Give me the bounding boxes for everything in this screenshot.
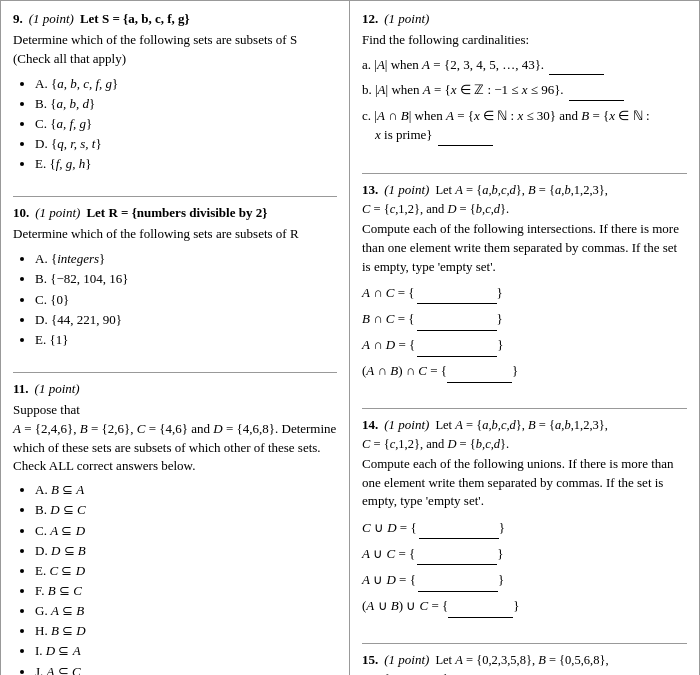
q12-c-answer[interactable] — [438, 125, 493, 146]
q13-bc-blank[interactable] — [417, 307, 497, 330]
q13-row-ad: A ∩ D = { } — [362, 334, 687, 357]
q9-opt-d: D. {q, r, s, t} — [35, 136, 102, 151]
q12-part-b: b. |A| when A = {x ∈ ℤ : −1 ≤ x ≤ 96}. — [362, 80, 687, 101]
q15-sets: Let A = {0,2,3,5,8}, B = {0,5,6,8}, — [435, 653, 608, 668]
q14-ac-label: A ∪ C = { — [362, 543, 415, 565]
q13-num: 13. — [362, 182, 378, 198]
q13-rows: A ∩ C = { } B ∩ C = { } A ∩ D = { } (A ∩… — [362, 281, 687, 382]
q9-num: 9. — [13, 11, 23, 27]
q9-opt-a: A. {a, b, c, f, g} — [35, 76, 118, 91]
list-item: C. {a, f, g} — [35, 114, 337, 134]
q10-options: A. {integers} B. {−82, 104, 16} C. {0} D… — [13, 249, 337, 350]
q13-abdc-blank[interactable] — [447, 360, 512, 383]
q11-header: 11. (1 point) — [13, 381, 337, 397]
list-item: J. A ⊆ C — [35, 662, 337, 675]
q9-options: A. {a, b, c, f, g} B. {a, b, d} C. {a, f… — [13, 74, 337, 175]
q14-num: 14. — [362, 417, 378, 433]
q14-abuc-blank[interactable] — [448, 595, 513, 618]
q14-row-abu-c: (A ∪ B) ∪ C = { } — [362, 595, 687, 618]
q10-num: 10. — [13, 205, 29, 221]
q13-ac-label: A ∩ C = { — [362, 282, 415, 304]
q13-ac-blank[interactable] — [417, 281, 497, 304]
q14-cd-blank[interactable] — [419, 516, 499, 539]
list-item: E. {1} — [35, 330, 337, 350]
q13-abdc-label: (A ∩ B) ∩ C = { — [362, 360, 447, 382]
q13-bc-close: } — [497, 308, 503, 330]
list-item: F. B ⊆ C — [35, 581, 337, 601]
q14-row-ac: A ∪ C = { } — [362, 542, 687, 565]
question-11: 11. (1 point) Suppose that A = {2,4,6}, … — [13, 381, 337, 675]
list-item: D. {44, 221, 90} — [35, 310, 337, 330]
list-item: H. B ⊆ D — [35, 621, 337, 641]
q10-set: Let R = {numbers divisible by 2} — [86, 205, 267, 221]
q9-opt-e: E. {f, g, h} — [35, 156, 92, 171]
q13-ac-close: } — [497, 282, 503, 304]
list-item: E. C ⊆ D — [35, 561, 337, 581]
q9-header: 9. (1 point) Let S = {a, b, c, f, g} — [13, 11, 337, 27]
q13-ad-close: } — [497, 334, 503, 356]
divider-q10-q11 — [13, 372, 337, 373]
q12-header: 12. (1 point) — [362, 11, 687, 27]
when-label: when — [391, 57, 419, 72]
q10-body: Determine which of the following sets ar… — [13, 225, 337, 244]
list-item: G. A ⊆ B — [35, 601, 337, 621]
q12-b-answer[interactable] — [569, 80, 624, 101]
q14-cd-label: C ∪ D = { — [362, 517, 417, 539]
q14-ad-close: } — [498, 569, 504, 591]
q13-row-ac: A ∩ C = { } — [362, 281, 687, 304]
q13-ad-blank[interactable] — [417, 334, 497, 357]
q15-header: 15. (1 point) Let A = {0,2,3,5,8}, B = {… — [362, 652, 687, 668]
q14-row-ad: A ∪ D = { } — [362, 568, 687, 591]
q14-sets-cont: C = {c,1,2}, and D = {b,c,d}. — [362, 437, 687, 452]
q9-body: Determine which of the following sets ar… — [13, 31, 337, 69]
question-12: 12. (1 point) Find the following cardina… — [362, 11, 687, 151]
q14-body: Compute each of the following unions. If… — [362, 455, 687, 512]
q15-sets-cont: C = {0,1,3,4,6,7}. — [362, 672, 687, 675]
q13-row-bc: B ∩ C = { } — [362, 307, 687, 330]
q14-ac-blank[interactable] — [417, 542, 497, 565]
q14-abuc-label: (A ∪ B) ∪ C = { — [362, 595, 448, 617]
content-area: 9. (1 point) Let S = {a, b, c, f, g} Det… — [0, 0, 700, 675]
q14-header: 14. (1 point) Let A = {a,b,c,d}, B = {a,… — [362, 417, 687, 433]
q14-pts: (1 point) — [384, 417, 429, 433]
q15-num: 15. — [362, 652, 378, 668]
q15-pts: (1 point) — [384, 652, 429, 668]
question-9: 9. (1 point) Let S = {a, b, c, f, g} Det… — [13, 11, 337, 174]
q13-pts: (1 point) — [384, 182, 429, 198]
list-item: B. {a, b, d} — [35, 94, 337, 114]
right-column: 12. (1 point) Find the following cardina… — [350, 1, 699, 675]
list-item: A. B ⊆ A — [35, 480, 337, 500]
q11-pts: (1 point) — [35, 381, 80, 397]
q12-a-answer[interactable] — [549, 55, 604, 76]
list-item: B. D ⊆ C — [35, 500, 337, 520]
q12-pts: (1 point) — [384, 11, 429, 27]
list-item: I. D ⊆ A — [35, 641, 337, 661]
q11-num: 11. — [13, 381, 29, 397]
q14-ac-close: } — [497, 543, 503, 565]
q13-sets: Let A = {a,b,c,d}, B = {a,b,1,2,3}, — [435, 183, 608, 198]
list-item: D. D ⊆ B — [35, 541, 337, 561]
q14-rows: C ∪ D = { } A ∪ C = { } A ∪ D = { } (A ∪… — [362, 516, 687, 617]
q9-opt-c: C. {a, f, g} — [35, 116, 92, 131]
list-item: B. {−82, 104, 16} — [35, 269, 337, 289]
divider-q9-q10 — [13, 196, 337, 197]
list-item: D. {q, r, s, t} — [35, 134, 337, 154]
q13-ad-label: A ∩ D = { — [362, 334, 415, 356]
question-10: 10. (1 point) Let R = {numbers divisible… — [13, 205, 337, 350]
list-item: A. {a, b, c, f, g} — [35, 74, 337, 94]
q14-row-cd: C ∪ D = { } — [362, 516, 687, 539]
q11-sets: A = {2,4,6}, B = {2,6}, C = {4,6} and D … — [13, 421, 336, 455]
q13-sets-cont: C = {c,1,2}, and D = {b,c,d}. — [362, 202, 687, 217]
q13-row-abd-c: (A ∩ B) ∩ C = { } — [362, 360, 687, 383]
q14-ad-blank[interactable] — [418, 568, 498, 591]
divider-q14-q15 — [362, 643, 687, 644]
q13-body: Compute each of the following intersecti… — [362, 220, 687, 277]
q14-sets: Let A = {a,b,c,d}, B = {a,b,1,2,3}, — [435, 418, 608, 433]
q13-bc-label: B ∩ C = { — [362, 308, 415, 330]
divider-q13-q14 — [362, 408, 687, 409]
q13-abdc-close: } — [512, 360, 518, 382]
q11-options: A. B ⊆ A B. D ⊆ C C. A ⊆ D D. D ⊆ B E. C… — [13, 480, 337, 675]
q10-header: 10. (1 point) Let R = {numbers divisible… — [13, 205, 337, 221]
question-15: 15. (1 point) Let A = {0,2,3,5,8}, B = {… — [362, 652, 687, 675]
q9-opt-b: B. {a, b, d} — [35, 96, 95, 111]
